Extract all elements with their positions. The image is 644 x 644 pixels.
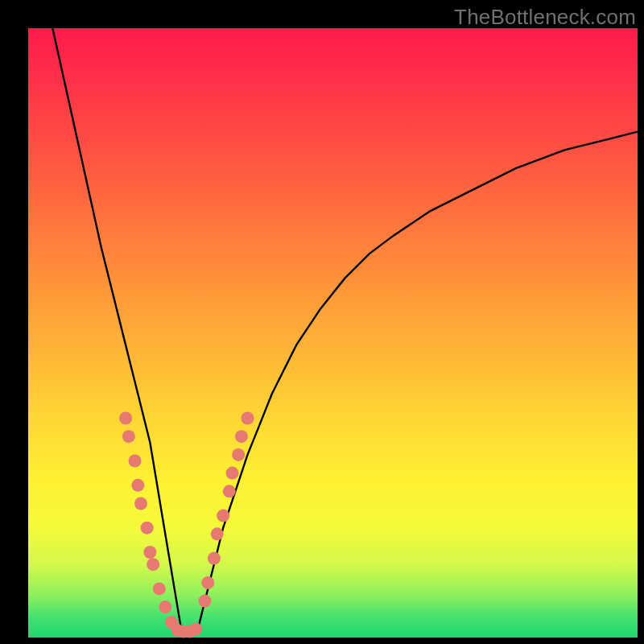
data-marker (147, 558, 159, 571)
data-marker (159, 601, 171, 613)
marker-group (119, 412, 254, 638)
chart-frame: TheBottleneck.com (0, 0, 644, 644)
data-marker (189, 622, 202, 635)
data-marker (232, 448, 245, 461)
data-marker (129, 455, 142, 468)
plot-area (28, 28, 638, 638)
data-marker (199, 595, 212, 608)
data-marker (122, 430, 135, 443)
data-marker (211, 527, 224, 540)
data-marker (217, 510, 229, 522)
data-marker (134, 497, 147, 510)
curve-layer (28, 28, 638, 638)
data-marker (223, 485, 236, 497)
data-marker (242, 412, 254, 425)
watermark-text: TheBottleneck.com (454, 5, 636, 30)
data-marker (201, 576, 214, 589)
data-marker (141, 522, 154, 535)
data-marker (235, 430, 248, 443)
bottleneck-curve (52, 28, 638, 631)
data-marker (226, 467, 239, 480)
data-marker (153, 582, 166, 595)
data-marker (131, 479, 144, 492)
data-marker (143, 546, 156, 559)
data-marker (208, 552, 221, 565)
data-marker (119, 412, 132, 425)
